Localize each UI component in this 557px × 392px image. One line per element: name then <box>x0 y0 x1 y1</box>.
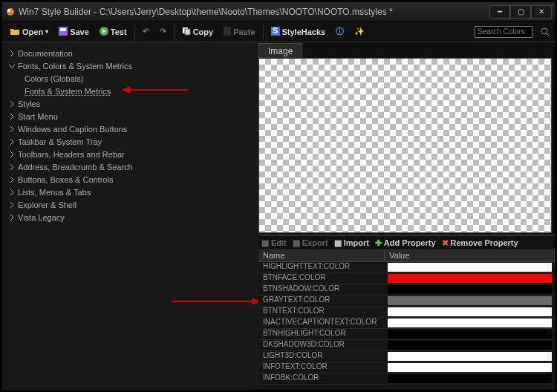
chevron-right-icon[interactable] <box>8 151 16 158</box>
color-swatch[interactable] <box>388 263 552 272</box>
color-swatch[interactable] <box>388 341 552 350</box>
table-row[interactable]: HIGHLIGHTTEXT:COLOR <box>258 262 555 273</box>
play-icon <box>100 27 108 37</box>
tree-label: Start Menu <box>18 112 58 121</box>
table-row[interactable]: INFOBK:COLOR <box>258 373 555 385</box>
table-row[interactable]: BTNTEXT:COLOR <box>258 307 555 318</box>
tree-item[interactable]: Address, Breadcrumb & Search <box>8 160 253 173</box>
table-row[interactable]: LIGHT3D:COLOR <box>258 351 555 362</box>
tree-label: Fonts, Colors & System Metrics <box>18 62 132 71</box>
color-swatch[interactable] <box>388 374 552 383</box>
chevron-right-icon[interactable] <box>8 138 16 146</box>
color-swatch[interactable] <box>388 318 552 327</box>
search-input[interactable] <box>475 26 532 38</box>
tree-panel[interactable]: DocumentationFonts, Colors & System Metr… <box>2 42 258 390</box>
image-tab[interactable]: Image <box>258 43 302 59</box>
tree-item[interactable]: Start Menu <box>8 110 253 122</box>
svg-rect-3 <box>60 28 66 31</box>
copy-button[interactable]: Copy <box>179 25 217 39</box>
color-swatch[interactable] <box>388 274 552 283</box>
table-row[interactable]: DKSHADOW3D:COLOR <box>258 340 555 351</box>
chevron-right-icon[interactable] <box>8 214 16 221</box>
paste-icon <box>224 27 231 37</box>
open-button[interactable]: Open ▾ <box>7 25 51 39</box>
redo-icon: ↷ <box>160 27 166 36</box>
import-button[interactable]: ▦Import <box>334 238 369 248</box>
test-button[interactable]: Test <box>97 25 130 39</box>
minimize-button[interactable]: ━ <box>489 5 510 19</box>
tree-item[interactable]: Vista Legacy <box>8 211 253 223</box>
chevron-right-icon[interactable] <box>8 125 16 133</box>
tree-item[interactable]: Colors (Globals) <box>8 72 253 85</box>
chevron-right-icon[interactable] <box>8 163 16 171</box>
table-row[interactable]: GRAYTEXT:COLOR <box>258 295 555 307</box>
tree-item[interactable]: Windows and Caption Buttons <box>8 122 253 135</box>
stylehacks-button[interactable]: S StyleHacks <box>268 25 329 39</box>
chevron-right-icon[interactable] <box>8 50 16 57</box>
wand-button[interactable]: ✨ <box>351 25 368 38</box>
color-swatch[interactable] <box>388 352 552 361</box>
add-icon: ✚ <box>375 238 382 248</box>
table-row[interactable]: INACTIVECAPTIONTEXT:COLOR <box>258 318 555 329</box>
prop-name: DKSHADOW3D:COLOR <box>258 340 385 350</box>
remove-property-button[interactable]: ✖Remove Property <box>442 238 518 248</box>
color-swatch[interactable] <box>388 285 552 294</box>
tree-item[interactable]: Documentation <box>8 47 253 59</box>
table-row[interactable]: INFOTEXT:COLOR <box>258 362 555 373</box>
prop-name: INACTIVECAPTIONTEXT:COLOR <box>258 318 385 328</box>
tree-item[interactable]: Toolbars, Headers and Rebar <box>8 148 253 160</box>
col-value[interactable]: Value <box>385 250 555 261</box>
tree-label: Documentation <box>18 49 73 58</box>
tree-item[interactable]: Taskbar & System Tray <box>8 135 253 148</box>
prop-name: BTNHIGHLIGHT:COLOR <box>258 329 385 339</box>
chevron-down-icon[interactable] <box>8 62 16 70</box>
search-go-icon[interactable] <box>540 27 550 37</box>
save-icon <box>59 27 68 37</box>
info-icon: ⓘ <box>336 26 344 37</box>
add-property-button[interactable]: ✚Add Property <box>375 238 436 248</box>
color-swatch[interactable] <box>388 330 552 339</box>
col-name[interactable]: Name <box>258 250 385 261</box>
table-row[interactable]: BTNFACE:COLOR <box>258 273 555 284</box>
save-button[interactable]: Save <box>56 25 92 39</box>
export-button[interactable]: ▦Export <box>293 238 328 248</box>
prop-name: BTNFACE:COLOR <box>258 273 385 284</box>
info-button[interactable]: ⓘ <box>333 24 347 39</box>
separator <box>174 25 175 39</box>
undo-button[interactable]: ↶ <box>140 25 152 38</box>
tree-item[interactable]: Fonts, Colors & System Metrics <box>8 59 253 72</box>
tree-label: Styles <box>18 99 40 108</box>
chevron-right-icon[interactable] <box>8 189 16 196</box>
chevron-right-icon[interactable] <box>8 113 16 120</box>
chevron-right-icon[interactable] <box>8 100 16 108</box>
table-row[interactable]: BTNHIGHLIGHT:COLOR <box>258 329 555 340</box>
stylehacks-icon: S <box>271 27 280 37</box>
chevron-right-icon[interactable] <box>8 176 16 183</box>
tree-item[interactable]: Lists, Menus & Tabs <box>8 186 253 198</box>
tree-label: Lists, Menus & Tabs <box>18 188 91 197</box>
tree-item[interactable]: Explorer & Shell <box>8 198 253 211</box>
color-swatch[interactable] <box>388 363 552 372</box>
tree-label: Address, Breadcrumb & Search <box>18 163 133 172</box>
edit-icon: ▦ <box>261 238 269 248</box>
redo-button[interactable]: ↷ <box>157 25 169 38</box>
edit-button[interactable]: ▦Edit <box>261 238 287 248</box>
separator <box>263 25 264 39</box>
tree-item[interactable]: Buttons, Boxes & Controls <box>8 173 253 186</box>
chevron-right-icon[interactable] <box>8 201 16 209</box>
color-swatch[interactable] <box>388 307 552 316</box>
property-toolbar: ▦Edit ▦Export ▦Import ✚Add Property ✖Rem… <box>258 235 555 250</box>
table-row[interactable]: BTNSHADOW:COLOR <box>258 284 555 295</box>
export-icon: ▦ <box>293 238 300 248</box>
close-button[interactable]: ✕ <box>531 5 552 19</box>
window-title: Win7 Style Builder - C:\Users\Jerry\Desk… <box>19 7 489 17</box>
tree-item[interactable]: Fonts & System Metrics <box>8 85 253 97</box>
svg-point-10 <box>541 28 547 34</box>
prop-name: INFOTEXT:COLOR <box>258 362 385 373</box>
paste-button[interactable]: Paste <box>221 25 258 39</box>
property-grid[interactable]: HIGHLIGHTTEXT:COLORBTNFACE:COLORBTNSHADO… <box>258 262 555 390</box>
tree-item[interactable]: Styles <box>8 97 253 110</box>
color-swatch[interactable] <box>388 296 552 305</box>
main-toolbar: Open ▾ Save Test ↶ ↷ Copy Paste S StyleH… <box>2 22 555 42</box>
maximize-button[interactable]: ▢ <box>510 5 531 19</box>
